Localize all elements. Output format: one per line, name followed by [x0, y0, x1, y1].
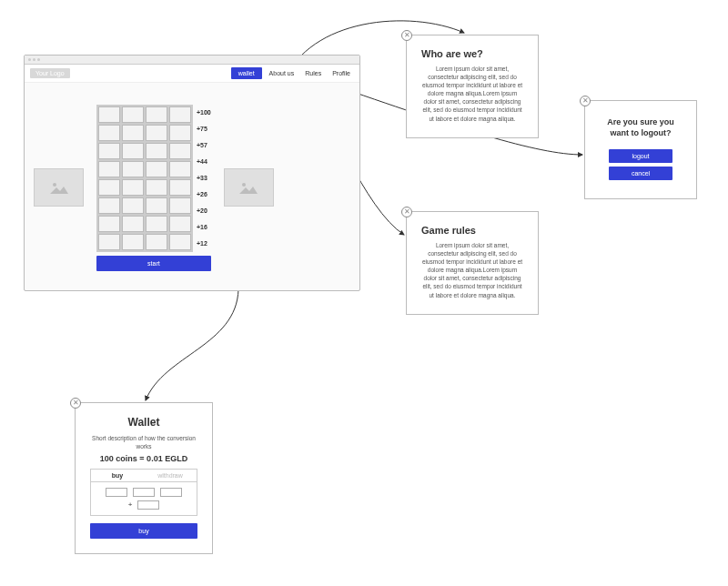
- main-screen: Your Logo wallet About us Rules Profile: [24, 55, 360, 291]
- row-value: +33: [197, 175, 211, 181]
- wallet-tabs: buy withdraw: [90, 469, 197, 482]
- tab-buy[interactable]: buy: [91, 470, 144, 481]
- close-icon[interactable]: ✕: [401, 30, 412, 41]
- logout-prompt: Are you sure you want to logout?: [600, 117, 682, 138]
- wallet-title: Wallet: [90, 416, 197, 429]
- row-value: +26: [197, 191, 211, 197]
- image-icon: [238, 179, 259, 196]
- svg-point-1: [53, 183, 56, 187]
- logout-confirm-button[interactable]: logout: [609, 149, 672, 163]
- about-title: Who are we?: [421, 48, 523, 59]
- topbar: Your Logo wallet About us Rules Profile: [25, 65, 359, 83]
- game-area: +100 +75 +57 +44 +33 +26 +20 +16 +12 sta…: [25, 83, 359, 292]
- amount-option[interactable]: [106, 488, 127, 497]
- custom-amount-input[interactable]: [137, 500, 159, 510]
- row-value: +16: [197, 224, 211, 230]
- wallet-modal: ✕ Wallet Short description of how the co…: [75, 402, 213, 554]
- game-grid[interactable]: [96, 105, 193, 252]
- row-value: +44: [197, 158, 211, 165]
- rules-body: Lorem ipsum dolor sit amet, consectetur …: [421, 241, 523, 299]
- nav-wallet-button[interactable]: wallet: [231, 67, 262, 79]
- nav-profile[interactable]: Profile: [329, 70, 354, 76]
- logout-modal: ✕ Are you sure you want to logout? logou…: [584, 100, 697, 199]
- wallet-desc: Short description of how the conversion …: [90, 434, 197, 450]
- close-icon[interactable]: ✕: [70, 398, 81, 409]
- logo: Your Logo: [30, 68, 70, 78]
- multiplier-list: +100 +75 +57 +44 +33 +26 +20 +16 +12: [193, 105, 211, 252]
- amount-option[interactable]: [133, 488, 155, 497]
- row-value: +20: [197, 207, 211, 214]
- window-chrome: [25, 56, 359, 65]
- rules-title: Game rules: [421, 225, 523, 236]
- tab-withdraw[interactable]: withdraw: [144, 470, 197, 481]
- image-icon: [48, 179, 70, 196]
- about-modal: ✕ Who are we? Lorem ipsum dolor sit amet…: [406, 35, 539, 138]
- row-value: +75: [197, 126, 211, 132]
- wallet-form: +: [90, 482, 197, 516]
- close-icon[interactable]: ✕: [580, 96, 591, 106]
- row-value: +12: [197, 240, 211, 247]
- image-placeholder-left: [34, 168, 84, 207]
- nav-about[interactable]: About us: [266, 70, 298, 76]
- wallet-rate: 100 coins = 0.01 EGLD: [90, 454, 197, 463]
- nav-rules[interactable]: Rules: [301, 70, 325, 76]
- plus-icon: +: [128, 500, 133, 510]
- logout-cancel-button[interactable]: cancel: [609, 167, 672, 180]
- svg-point-3: [242, 183, 246, 187]
- row-value: +100: [197, 109, 211, 116]
- amount-option[interactable]: [160, 488, 182, 497]
- start-button[interactable]: start: [96, 256, 211, 271]
- rules-modal: ✕ Game rules Lorem ipsum dolor sit amet,…: [406, 211, 539, 315]
- close-icon[interactable]: ✕: [401, 207, 412, 217]
- wallet-buy-button[interactable]: buy: [90, 523, 197, 539]
- about-body: Lorem ipsum dolor sit amet, consectetur …: [421, 65, 523, 123]
- row-value: +57: [197, 142, 211, 148]
- image-placeholder-right: [224, 168, 274, 207]
